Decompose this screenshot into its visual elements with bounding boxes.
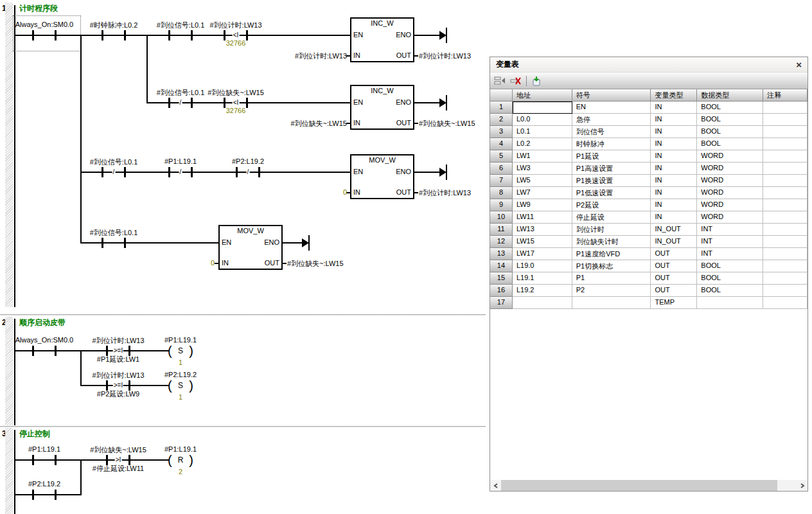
cell-vtype[interactable]: IN_OUT xyxy=(651,224,697,236)
column-header[interactable]: 地址 xyxy=(513,89,572,102)
operand-label[interactable]: #到位缺失~:LW15 xyxy=(257,119,347,128)
row-number[interactable]: 11 xyxy=(490,224,513,236)
cell-dtype[interactable]: INT xyxy=(697,236,763,248)
cell-addr[interactable]: LW15 xyxy=(513,236,572,248)
contact-p1[interactable] xyxy=(32,455,57,465)
contact-arrive-signal[interactable] xyxy=(168,30,193,40)
cell-vtype[interactable]: IN xyxy=(651,199,697,211)
cell-addr[interactable]: LW11 xyxy=(513,211,572,224)
cell-addr[interactable] xyxy=(513,297,572,309)
operand-label[interactable]: #P2:L19.2 xyxy=(232,157,264,165)
operand-label[interactable]: #到位缺失~:LW15 xyxy=(207,88,264,98)
cell-dtype[interactable]: WORD xyxy=(697,187,763,199)
operand-label[interactable]: #到位缺失~:LW15 xyxy=(90,445,146,455)
cell-vtype[interactable]: IN xyxy=(651,187,697,199)
mov-w-box[interactable]: MOV_W EN ENO IN OUT xyxy=(350,154,414,199)
operand-label[interactable]: #时钟脉冲:L0.2 xyxy=(90,21,138,30)
cell-sym[interactable]: P1切换标志 xyxy=(572,260,651,272)
horizontal-scrollbar[interactable] xyxy=(490,480,808,491)
cell-dtype[interactable]: WORD xyxy=(697,199,763,211)
close-icon[interactable]: × xyxy=(796,60,802,69)
row-number[interactable]: 4 xyxy=(490,138,513,150)
row-number[interactable]: 12 xyxy=(490,236,513,248)
cell-dtype[interactable]: WORD xyxy=(697,211,763,224)
cell-dtype[interactable]: INT xyxy=(697,248,763,260)
cell-vtype[interactable]: IN xyxy=(651,138,697,150)
cell-comment[interactable] xyxy=(763,260,808,272)
cell-addr[interactable]: L0.2 xyxy=(513,138,572,150)
operand-label[interactable]: #到位计时:LW13 xyxy=(92,371,144,380)
cell-sym[interactable]: 到位缺失计时 xyxy=(572,236,651,248)
contact-arrive-signal-nc[interactable]: / xyxy=(168,98,193,108)
contact-arrive-signal[interactable] xyxy=(102,238,126,248)
cell-sym[interactable]: 到位计时 xyxy=(572,224,651,236)
operand-label[interactable]: #P2延设:LW9 xyxy=(97,389,139,399)
cell-vtype[interactable]: OUT xyxy=(651,272,697,285)
cell-vtype[interactable]: IN_OUT xyxy=(651,236,697,248)
cell-vtype[interactable]: IN xyxy=(651,163,697,175)
operand-label[interactable]: 0 xyxy=(173,259,215,267)
row-number[interactable]: 9 xyxy=(490,199,513,211)
cell-addr[interactable]: LW9 xyxy=(513,199,572,211)
operand-label[interactable]: Always_On:SM0.0 xyxy=(15,21,73,28)
cell-dtype[interactable]: BOOL xyxy=(697,102,763,114)
operand-label[interactable]: #P1:L19.1 xyxy=(164,157,197,165)
operand-label[interactable]: #P1:L19.1 xyxy=(164,445,197,453)
network-title[interactable]: 停止控制 xyxy=(19,429,50,439)
row-number[interactable]: 6 xyxy=(490,163,513,175)
cell-dtype[interactable]: BOOL xyxy=(697,138,763,150)
cell-addr[interactable]: LW3 xyxy=(513,163,572,175)
cell-comment[interactable] xyxy=(763,199,808,211)
cell-vtype[interactable]: TEMP xyxy=(651,297,697,309)
cell-dtype[interactable]: WORD xyxy=(697,175,763,187)
cell-comment[interactable] xyxy=(763,163,808,175)
cell-sym[interactable]: P2 xyxy=(572,285,651,297)
cell-sym[interactable]: 时钟脉冲 xyxy=(572,138,651,150)
cell-comment[interactable] xyxy=(763,248,808,260)
cell-comment[interactable] xyxy=(763,187,808,199)
compare-value[interactable]: 32766 xyxy=(226,107,246,114)
cell-sym[interactable]: EN xyxy=(572,102,651,114)
cell-comment[interactable] xyxy=(763,236,808,248)
cell-addr[interactable]: LW13 xyxy=(513,224,572,236)
delete-row-icon[interactable] xyxy=(510,76,522,86)
cell-dtype[interactable]: BOOL xyxy=(697,126,763,138)
cell-sym[interactable]: 急停 xyxy=(572,114,651,126)
cell-dtype[interactable]: WORD xyxy=(697,163,763,175)
cell-vtype[interactable]: OUT xyxy=(651,285,697,297)
column-header[interactable]: 变量类型 xyxy=(651,89,697,102)
coil-value[interactable]: 1 xyxy=(179,359,182,366)
cell-vtype[interactable]: IN xyxy=(651,114,697,126)
row-number-header[interactable] xyxy=(490,89,513,102)
operand-label[interactable]: #到位缺失~:LW15 xyxy=(287,259,344,269)
column-header[interactable]: 数据类型 xyxy=(697,89,763,102)
inc-w-box[interactable]: INC_W EN ENO IN OUT xyxy=(350,85,414,130)
cell-dtype[interactable]: BOOL xyxy=(697,285,763,297)
operand-label[interactable]: #到位缺失~:LW15 xyxy=(419,119,475,128)
coil-value[interactable]: 1 xyxy=(179,393,182,401)
cell-sym[interactable]: P2延设 xyxy=(572,199,651,211)
set-coil[interactable]: S xyxy=(168,344,193,358)
cell-sym[interactable]: P1 xyxy=(572,272,651,285)
operand-label[interactable]: #到位信号:L0.1 xyxy=(157,88,205,98)
row-number[interactable]: 7 xyxy=(490,175,513,187)
cell-addr[interactable]: L19.1 xyxy=(513,272,572,285)
cell-addr[interactable]: L0.0 xyxy=(513,114,572,126)
cell-comment[interactable] xyxy=(763,150,808,163)
operand-label[interactable]: #P1:L19.1 xyxy=(164,336,197,344)
cell-dtype[interactable]: BOOL xyxy=(697,114,763,126)
cell-comment[interactable] xyxy=(763,285,808,297)
cell-addr[interactable] xyxy=(513,102,572,114)
contact-clock-pulse[interactable] xyxy=(102,30,126,40)
insert-row-icon[interactable] xyxy=(494,76,506,86)
operand-label[interactable]: #P1:L19.1 xyxy=(28,445,60,453)
cell-comment[interactable] xyxy=(763,114,808,126)
cell-addr[interactable]: L0.1 xyxy=(513,126,572,138)
operand-label[interactable]: #到位信号:L0.1 xyxy=(90,157,138,167)
cell-addr[interactable]: LW7 xyxy=(513,187,572,199)
cell-comment[interactable] xyxy=(763,102,808,114)
cell-sym[interactable]: P1高速设置 xyxy=(572,163,651,175)
operand-label[interactable]: Always_On:SM0.0 xyxy=(15,336,73,344)
cell-dtype[interactable]: BOOL xyxy=(697,272,763,285)
cell-sym[interactable]: P1换速设置 xyxy=(572,175,651,187)
